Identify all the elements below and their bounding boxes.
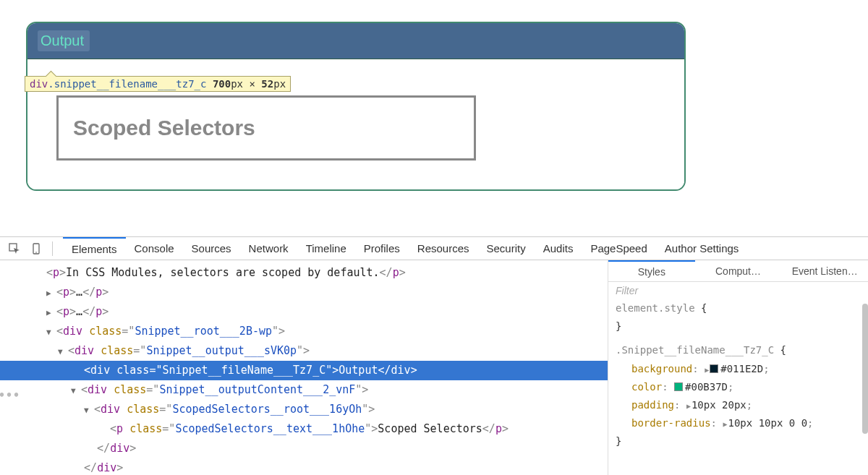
dom-line[interactable]: ▼<div class="Snippet__output___sVK0p"> [0, 341, 608, 361]
output-label: Output [38, 30, 90, 51]
dom-line[interactable]: ▶<p>…</p> [0, 302, 608, 322]
scoped-heading: Scoped Selectors [73, 116, 459, 140]
dom-line[interactable]: <p>In CSS Modules, selectors are scoped … [0, 263, 608, 283]
element-tooltip: div.snippet__filename___tz7_c 700px × 52… [25, 76, 291, 92]
styles-tab-comput-[interactable]: Comput… [695, 260, 782, 281]
css-prop-padding[interactable]: padding: ▶10px 20px; [616, 396, 861, 414]
preview-card: Output Scoped Selectors [26, 22, 686, 191]
dom-line[interactable]: </div> [0, 458, 608, 475]
devtools-tab-pagespeed[interactable]: PageSpeed [582, 237, 655, 260]
device-icon[interactable] [30, 243, 42, 254]
css-prop-background[interactable]: background: ▶#011E2D; [616, 360, 861, 378]
dom-line-selected[interactable]: <div class="Snippet__fileName___Tz7_C">O… [0, 361, 608, 380]
filter-input[interactable]: Filter [608, 282, 868, 299]
css-prop-border-radius[interactable]: border-radius: ▶10px 10px 0 0; [616, 414, 861, 432]
devtools-tab-audits[interactable]: Audits [535, 237, 582, 260]
styles-tabs: StylesComput…Event Listen… [608, 260, 868, 282]
css-prop-color[interactable]: color: #00B37D; [616, 378, 861, 396]
tooltip-tag: div [30, 78, 48, 90]
tooltip-class: .snippet__filename___tz7_c [48, 78, 206, 90]
devtools-tab-profiles[interactable]: Profiles [355, 237, 409, 260]
dom-line[interactable]: ▶<p>…</p> [0, 283, 608, 302]
output-header: Output [27, 23, 684, 59]
dom-panel[interactable]: ••• <p>In CSS Modules, selectors are sco… [0, 260, 608, 475]
devtools-tab-console[interactable]: Console [126, 237, 183, 260]
rule-selector[interactable]: .Snippet__fileName___Tz7_C [616, 344, 774, 356]
devtools-tab-resources[interactable]: Resources [409, 237, 478, 260]
dom-line[interactable]: <p class="ScopedSelectors__text___1hOhe"… [0, 419, 608, 439]
devtools-tab-sources[interactable]: Sources [183, 237, 240, 260]
dom-line[interactable]: </div> [0, 439, 608, 458]
devtools-tab-elements[interactable]: Elements [63, 237, 126, 260]
svg-point-2 [35, 252, 37, 253]
dom-line[interactable]: ▼<div class="Snippet__root___2B-wp"> [0, 322, 608, 341]
devtools-tab-security[interactable]: Security [478, 237, 535, 260]
devtools-tab-network[interactable]: Network [240, 237, 297, 260]
devtools-tabs: ElementsConsoleSourcesNetworkTimelinePro… [63, 237, 747, 260]
scrollbar-thumb[interactable] [862, 304, 868, 434]
devtools: ElementsConsoleSourcesNetworkTimelinePro… [0, 236, 868, 475]
scoped-selectors-box: Scoped Selectors [56, 95, 476, 161]
inspect-icon[interactable] [9, 243, 20, 254]
dom-line[interactable]: ▼<div class="ScopedSelectors__root___16y… [0, 400, 608, 419]
dom-line[interactable]: ▼<div class="Snippet__outputContent___2_… [0, 380, 608, 400]
devtools-toolbar: ElementsConsoleSourcesNetworkTimelinePro… [0, 237, 868, 260]
devtools-tab-timeline[interactable]: Timeline [297, 237, 355, 260]
styles-tab-styles[interactable]: Styles [608, 260, 695, 281]
element-style-selector: element.style [616, 302, 695, 314]
devtools-tab-author-settings[interactable]: Author Settings [656, 237, 748, 260]
styles-tab-event-listen-[interactable]: Event Listen… [781, 260, 868, 281]
styles-panel: StylesComput…Event Listen… Filter elemen… [608, 260, 868, 475]
